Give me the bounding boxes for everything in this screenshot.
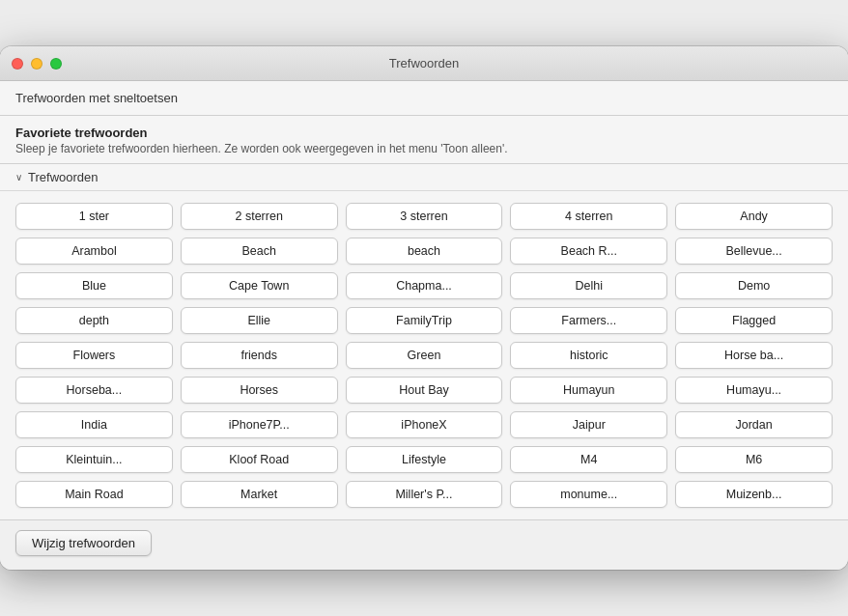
shortcuts-label: Trefwoorden met sneltoetsen [15,91,178,105]
keyword-tag[interactable]: Delhi [510,272,667,299]
shortcuts-section: Trefwoorden met sneltoetsen [0,81,848,116]
keyword-tag[interactable]: M6 [675,446,833,473]
keyword-tag[interactable]: historic [510,342,667,369]
keyword-tag[interactable]: Cape Town [181,272,338,299]
maximize-button[interactable] [50,58,62,70]
keyword-tag[interactable]: Humayu... [675,377,833,404]
keyword-tag[interactable]: Miller's P... [346,481,503,508]
minimize-button[interactable] [31,58,42,70]
keyword-tag[interactable]: Andy [675,203,833,230]
keyword-tag[interactable]: Kloof Road [181,446,338,473]
keyword-tag[interactable]: Market [181,481,338,508]
keyword-tag[interactable]: Blue [15,272,173,299]
keyword-tag[interactable]: Green [346,342,503,369]
keywords-header-label: Trefwoorden [28,170,99,184]
favorites-title: Favoriete trefwoorden [15,126,833,140]
keyword-tag[interactable]: Beach [181,238,338,265]
keyword-tag[interactable]: iPhone7P... [181,411,338,438]
keyword-tag[interactable]: 4 sterren [510,203,667,230]
keyword-tag[interactable]: beach [346,238,503,265]
keyword-tag[interactable]: monume... [510,481,667,508]
window: Trefwoorden Trefwoorden met sneltoetsen … [0,46,848,570]
keyword-tag[interactable]: Lifestyle [346,446,503,473]
titlebar: Trefwoorden [0,46,848,81]
keyword-tag[interactable]: Muizenb... [675,481,833,508]
close-button[interactable] [12,58,23,70]
keyword-tag[interactable]: depth [15,307,173,334]
bottom-bar: Wijzig trefwoorden [0,519,848,570]
keyword-tag[interactable]: FamilyTrip [346,307,503,334]
modify-keywords-button[interactable]: Wijzig trefwoorden [15,530,152,556]
keyword-tag[interactable]: iPhoneX [346,411,503,438]
keyword-tag[interactable]: Demo [675,272,833,299]
keywords-header: ∨ Trefwoorden [0,164,848,191]
keyword-tag[interactable]: Hout Bay [346,377,503,404]
keyword-tag[interactable]: Main Road [15,481,173,508]
keyword-tag[interactable]: M4 [510,446,667,473]
favorites-subtitle: Sleep je favoriete trefwoorden hierheen.… [15,142,833,155]
keyword-tag[interactable]: Ellie [181,307,338,334]
keyword-tag[interactable]: friends [181,342,338,369]
keyword-tag[interactable]: Flowers [15,342,173,369]
keyword-tag[interactable]: Horses [181,377,338,404]
favorites-section: Favoriete trefwoorden Sleep je favoriete… [0,116,848,164]
keyword-tag[interactable]: Arambol [15,238,173,265]
keyword-tag[interactable]: Kleintuin... [15,446,173,473]
keyword-tag[interactable]: Horseba... [15,377,173,404]
keyword-tag[interactable]: Farmers... [510,307,667,334]
keyword-tag[interactable]: Humayun [510,377,667,404]
keyword-tag[interactable]: Jordan [675,411,833,438]
keyword-tag[interactable]: 1 ster [15,203,173,230]
window-title: Trefwoorden [389,56,460,70]
keyword-tag[interactable]: Horse ba... [675,342,833,369]
traffic-lights [12,58,62,70]
keyword-tag[interactable]: India [15,411,173,438]
keyword-tag[interactable]: Flagged [675,307,833,334]
keyword-tag[interactable]: Chapma... [346,272,503,299]
keyword-tag[interactable]: 3 sterren [346,203,503,230]
keyword-tag[interactable]: Jaipur [510,411,667,438]
keyword-tag[interactable]: 2 sterren [181,203,338,230]
keywords-grid: 1 ster2 sterren3 sterren4 sterrenAndyAra… [0,191,848,519]
chevron-icon: ∨ [15,172,22,182]
keyword-tag[interactable]: Beach R... [510,238,667,265]
keyword-tag[interactable]: Bellevue... [675,238,833,265]
